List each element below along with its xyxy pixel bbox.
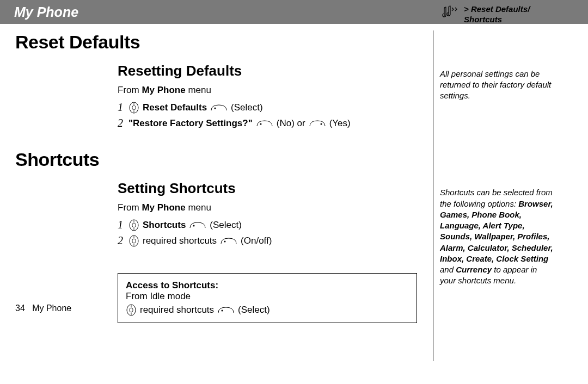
step-label: "Restore Factory Settings?" [128,118,253,129]
box-title: Access to Shortcuts: [126,280,409,291]
svg-point-18 [130,308,133,312]
svg-point-11 [193,225,195,226]
svg-point-8 [132,223,136,227]
svg-point-21 [222,310,223,312]
h2-setting-shortcuts: Setting Shortcuts [118,180,425,197]
from-line-2: From My Phone menu [118,202,425,213]
access-box: Access to Shortcuts: From Idle mode requ… [118,273,417,323]
step-text: (Yes) [329,118,351,129]
box-action: (Select) [238,305,270,315]
step-2-2: 2 required shortcuts (On/off) [118,234,425,247]
nav-icon [126,304,137,316]
softkey-icon [220,237,237,245]
softkey-icon [189,221,206,230]
softkey-icon [210,103,228,112]
section-icon [440,4,458,21]
box-line-1: From Idle mode [126,291,409,302]
svg-point-1 [132,106,136,110]
h2-resetting-defaults: Resetting Defaults [118,63,425,79]
box-text: required shortcuts [140,305,214,315]
breadcrumb-line-1: > Reset Defaults/ [464,4,530,15]
h1-shortcuts: Shortcuts [15,149,425,170]
step-2-1: 1 Shortcuts (Select) [118,219,425,231]
margin-note-2: Shortcuts can be selected from the follo… [440,187,554,286]
breadcrumb-line-2: Shortcuts [464,15,530,25]
svg-point-6 [320,123,322,125]
step-label: Shortcuts [143,220,186,231]
step-action: (Select) [210,220,242,231]
h1-reset-defaults: Reset Defaults [15,32,425,53]
page-footer: 34 My Phone [15,304,71,313]
page-body: Reset Defaults Resetting Defaults From M… [0,24,425,323]
svg-point-5 [260,123,261,125]
svg-point-16 [224,240,226,242]
step-1-1: 1 Reset Defaults (Select) [118,101,425,114]
nav-icon [128,219,139,231]
step-1-2: 2 "Restore Factory Settings?" (No) or (Y… [118,117,425,129]
svg-point-4 [215,107,216,109]
svg-point-13 [132,239,136,243]
step-text: (No) or [277,118,305,129]
from-line-1: From My Phone menu [118,85,425,96]
step-number: 2 [118,117,123,129]
step-action: (On/off) [241,236,272,246]
step-number: 2 [118,234,123,247]
margin-column: > Reset Defaults/ Shortcuts All personal… [440,4,577,289]
step-action: (Select) [231,102,263,113]
softkey-icon [256,119,273,128]
nav-icon [128,102,139,114]
breadcrumb: > Reset Defaults/ Shortcuts [440,4,577,25]
chapter-title: My Phone [14,4,78,20]
step-number: 1 [118,219,123,231]
margin-note-1: All personal settings can be returned to… [440,69,554,102]
softkey-icon [217,306,235,314]
box-line-2: required shortcuts (Select) [126,304,409,316]
footer-label: My Phone [32,304,71,313]
column-divider [433,30,434,361]
step-text: required shortcuts [143,236,217,246]
step-number: 1 [118,101,123,114]
step-label: Reset Defaults [143,102,207,113]
softkey-right-icon [309,119,326,128]
nav-icon [128,235,139,247]
page-number: 34 [15,304,25,313]
